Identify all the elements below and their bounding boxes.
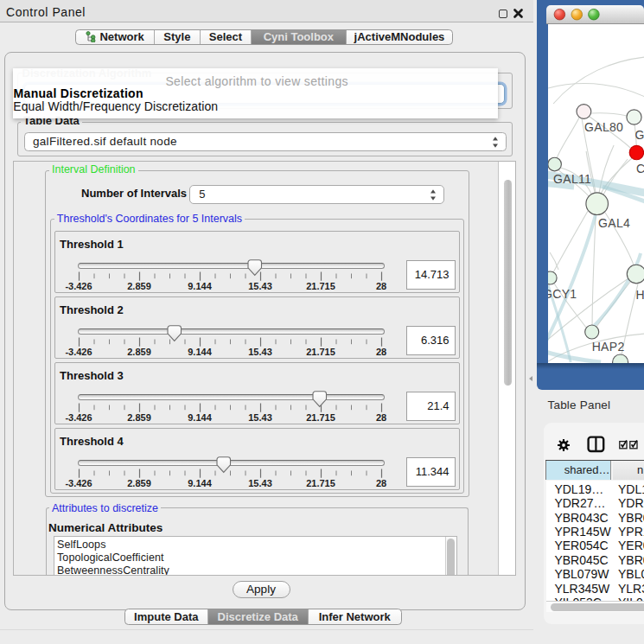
svg-text:GAL11: GAL11 xyxy=(553,172,591,186)
svg-text:GAL4: GAL4 xyxy=(598,216,630,230)
svg-text:GAL80: GAL80 xyxy=(584,120,623,134)
svg-text:G.: G. xyxy=(634,128,643,142)
svg-text:HAP2: HAP2 xyxy=(592,340,625,354)
svg-text:GCY1: GCY1 xyxy=(548,287,577,301)
svg-text:C: C xyxy=(636,162,644,175)
svg-text:H: H xyxy=(635,288,644,302)
